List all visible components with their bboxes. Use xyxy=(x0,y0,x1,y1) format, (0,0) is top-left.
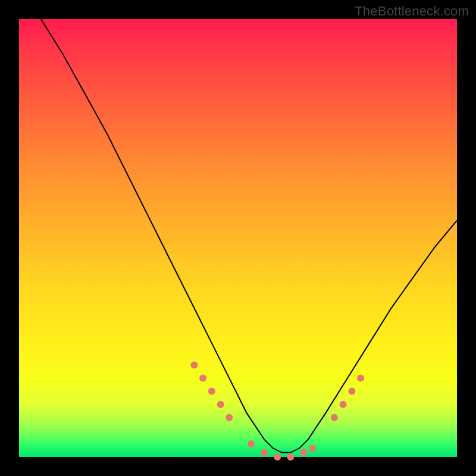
highlight-marker xyxy=(261,449,268,456)
highlight-marker xyxy=(217,401,224,408)
highlight-marker xyxy=(357,375,364,382)
highlight-marker xyxy=(300,449,307,456)
highlight-marker xyxy=(274,453,281,461)
bottleneck-curve-line xyxy=(41,19,457,453)
highlight-marker xyxy=(287,453,294,461)
highlight-marker xyxy=(248,440,255,447)
watermark-text: TheBottleneck.com xyxy=(355,4,469,19)
highlight-marker xyxy=(309,444,316,452)
chart-svg xyxy=(19,19,457,457)
highlight-marker xyxy=(226,414,233,421)
highlight-marker xyxy=(199,375,206,382)
highlight-marker xyxy=(331,414,338,421)
highlight-marker-group xyxy=(190,361,364,461)
highlight-marker xyxy=(348,388,355,395)
highlight-marker xyxy=(208,388,215,395)
chart-plot-area xyxy=(19,19,457,457)
highlight-marker xyxy=(190,361,198,368)
highlight-marker xyxy=(340,401,347,408)
